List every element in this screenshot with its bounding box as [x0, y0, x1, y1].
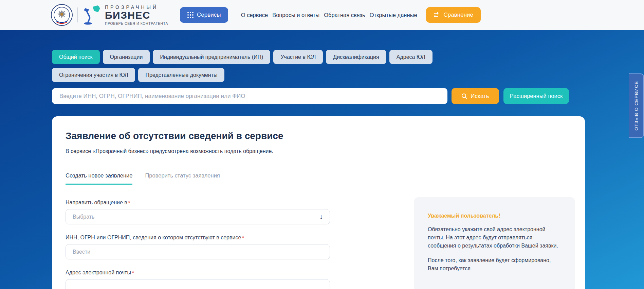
search-tab-organizations[interactable]: Организации: [103, 50, 150, 64]
search-tabs-row-2: Ограничения участия в ЮЛ Представленные …: [52, 68, 644, 82]
compare-button[interactable]: Сравнение: [426, 7, 481, 23]
header-nav: О сервисе Вопросы и ответы Обратная связ…: [241, 12, 417, 18]
recipient-select[interactable]: Выбрать ↓: [66, 209, 330, 224]
email-input[interactable]: [66, 279, 330, 289]
required-mark: *: [128, 200, 130, 205]
application-tabs: Создать новое заявление Проверить статус…: [66, 172, 571, 185]
logo-line2: БИЗНЕС: [105, 10, 168, 21]
form-field-recipient: Направить обращение в* Выбрать ↓: [66, 200, 330, 224]
form-field-inn: ИНН, ОГРН или ОГРНИП, сведения о котором…: [66, 235, 330, 259]
logo-line1: ПРОЗРАЧНЫЙ: [105, 4, 168, 10]
nav-feedback[interactable]: Обратная связь: [324, 12, 365, 18]
required-mark: *: [132, 270, 134, 275]
email-label: Адрес электронной почты*: [66, 270, 330, 276]
chevron-down-icon: ↓: [319, 213, 323, 221]
nav-faq[interactable]: Вопросы и ответы: [272, 12, 319, 18]
site-logo[interactable]: ПРОЗРАЧНЫЙ БИЗНЕС ПРОВЕРЬ СЕБЯ И КОНТРАГ…: [51, 4, 168, 26]
search-tab-restrictions[interactable]: Ограничения участия в ЮЛ: [52, 68, 135, 82]
tab-create-application[interactable]: Создать новое заявление: [66, 172, 132, 185]
header: ПРОЗРАЧНЫЙ БИЗНЕС ПРОВЕРЬ СЕБЯ И КОНТРАГ…: [0, 0, 644, 30]
service-feedback-tab[interactable]: ОТЗЫВ О СЕРВИСЕ: [629, 73, 644, 138]
notice-paragraph-1: Обязательно укажите свой адрес электронн…: [428, 225, 561, 250]
compare-arrows-icon: [434, 12, 440, 18]
application-form: Направить обращение в* Выбрать ↓ ИНН, ОГ…: [66, 200, 330, 289]
grid-icon: [187, 12, 194, 18]
search-tab-disqualification[interactable]: Дисквалификация: [326, 50, 386, 64]
services-button[interactable]: Сервисы: [180, 7, 228, 23]
search-icon: [461, 93, 467, 99]
recipient-label: Направить обращение в*: [66, 200, 330, 206]
search-bar: Искать Расширенный поиск: [52, 88, 644, 104]
advanced-search-button[interactable]: Расширенный поиск: [503, 88, 569, 104]
search-tab-submitted-documents[interactable]: Представленные документы: [138, 68, 224, 82]
service-feedback-label: ОТЗЫВ О СЕРВИСЕ: [634, 81, 639, 131]
inn-label: ИНН, ОГРН или ОГРНИП, сведения о котором…: [66, 235, 330, 241]
logo-subtitle: ПРОВЕРЬ СЕБЯ И КОНТРАГЕНТА: [105, 21, 168, 26]
user-notice-panel: Уважаемый пользователь! Обязательно укаж…: [414, 197, 575, 289]
search-hero-section: Общий поиск Организации Индивидуальный п…: [0, 30, 644, 289]
form-field-email: Адрес электронной почты*: [66, 270, 330, 289]
search-input[interactable]: [52, 88, 447, 104]
search-tab-general[interactable]: Общий поиск: [52, 50, 100, 64]
page-subtitle: В сервисе «Прозрачный бизнес» предусмотр…: [66, 148, 571, 154]
recipient-select-placeholder: Выбрать: [73, 214, 94, 220]
notice-paragraph-2: После того, как заявление будет сформиро…: [428, 256, 561, 273]
nav-about[interactable]: О сервисе: [241, 12, 268, 18]
page-title: Заявление об отсутствии сведений в серви…: [66, 131, 571, 141]
tab-check-status[interactable]: Проверить статус заявления: [145, 172, 220, 185]
nav-open-data[interactable]: Открытые данные: [370, 12, 417, 18]
search-button[interactable]: Искать: [452, 88, 499, 104]
search-tab-addresses[interactable]: Адреса ЮЛ: [389, 50, 433, 64]
compare-button-label: Сравнение: [444, 12, 473, 18]
services-button-label: Сервисы: [197, 12, 221, 18]
required-mark: *: [242, 235, 244, 240]
notice-title: Уважаемый пользователь!: [428, 213, 561, 219]
application-card: Заявление об отсутствии сведений в серви…: [52, 116, 585, 289]
lamp-icon: [82, 5, 102, 25]
advanced-search-label: Расширенный поиск: [510, 93, 563, 99]
search-tabs-row-1: Общий поиск Организации Индивидуальный п…: [52, 50, 644, 64]
search-tab-participation[interactable]: Участие в ЮЛ: [273, 50, 323, 64]
logo-divider: [77, 7, 78, 22]
search-tab-individual-entrepreneur[interactable]: Индивидуальный предприниматель (ИП): [153, 50, 270, 64]
search-button-label: Искать: [471, 93, 489, 100]
inn-input[interactable]: [66, 244, 330, 259]
fns-emblem-icon: [51, 4, 73, 26]
